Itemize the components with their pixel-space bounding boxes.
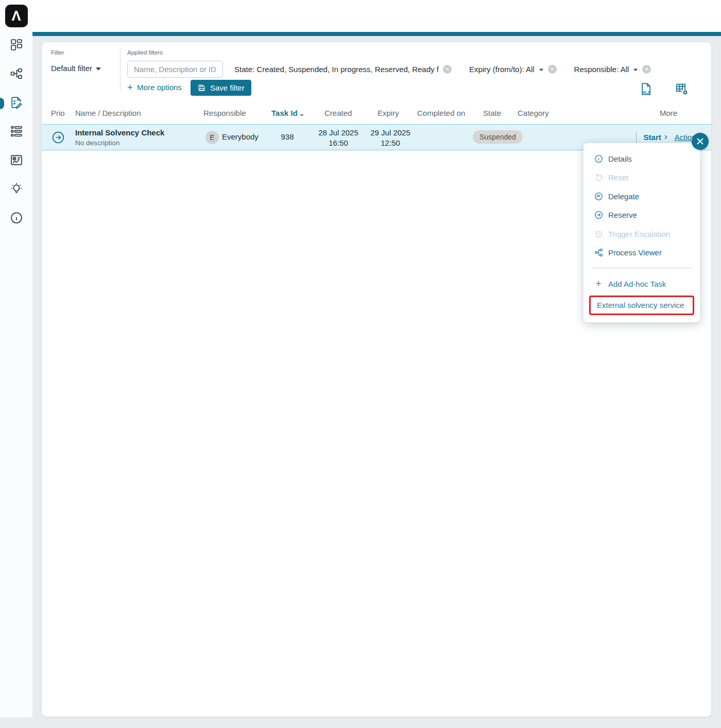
applied-filters-label: Applied filters xyxy=(127,49,163,56)
header-category[interactable]: Category xyxy=(518,109,549,117)
menu-item-label: Add Ad-hoc Task xyxy=(608,280,666,288)
sidebar-item-tasks[interactable] xyxy=(0,95,32,112)
more-options-button[interactable]: + More options xyxy=(127,82,182,92)
responsible-avatar: E xyxy=(205,131,219,144)
header-name-description[interactable]: Name / Description xyxy=(75,109,141,117)
chip-label: Responsible: All xyxy=(574,65,629,74)
header-responsible[interactable]: Responsible xyxy=(203,109,246,117)
chevron-down-icon xyxy=(96,67,101,71)
save-filter-label: Save filter xyxy=(210,83,245,92)
responsible-name: Everybody xyxy=(222,132,259,141)
menu-item-delegate[interactable]: Delegate xyxy=(583,187,700,206)
trigger-escalation-icon xyxy=(594,229,603,238)
sidebar-item-processes[interactable] xyxy=(0,66,32,83)
ideas-icon xyxy=(9,182,24,198)
menu-item-label: Details xyxy=(608,154,632,163)
created-time: 16:50 xyxy=(329,138,348,147)
delegate-icon xyxy=(594,192,603,201)
table-tools: XLS xyxy=(638,81,690,97)
highlight-box: External solvency service xyxy=(589,296,694,315)
remove-filter-icon[interactable]: ✕ xyxy=(642,65,651,74)
priority-normal-icon xyxy=(52,131,65,144)
sidebar-items xyxy=(0,38,32,227)
expiry-datetime: 29 Jul 2025 12:50 xyxy=(365,128,416,148)
task-id: 938 xyxy=(274,132,300,141)
close-menu-button[interactable] xyxy=(692,133,709,150)
menu-item-process-viewer[interactable]: Process Viewer xyxy=(583,244,700,263)
menu-item-label: Reserve xyxy=(608,211,637,219)
accent-bar xyxy=(32,32,721,36)
details-icon xyxy=(594,154,603,163)
menu-item-add-adhoc-task[interactable]: + Add Ad-hoc Task xyxy=(583,274,700,293)
default-filter-label: Default filter xyxy=(51,64,92,73)
filter-label: Filter xyxy=(51,49,64,56)
reset-icon xyxy=(594,173,603,182)
export-xls-icon[interactable]: XLS xyxy=(638,81,654,97)
menu-item-label: Reset xyxy=(608,173,628,182)
filter-divider xyxy=(120,48,121,91)
created-datetime: 28 Jul 2025 16:50 xyxy=(313,128,364,148)
search-input[interactable] xyxy=(127,61,223,78)
default-filter-dropdown[interactable]: Default filter xyxy=(51,64,101,73)
menu-item-label: Trigger Escalation xyxy=(608,230,670,238)
chevron-down-icon xyxy=(633,68,638,71)
header-prio[interactable]: Prio xyxy=(51,109,65,117)
header-created[interactable]: Created xyxy=(324,109,352,117)
header-completed-on[interactable]: Completed on xyxy=(417,109,465,117)
tasks-icon xyxy=(9,95,24,112)
statistics-icon xyxy=(9,153,24,169)
sidebar-item-cases[interactable] xyxy=(0,124,32,141)
created-date: 28 Jul 2025 xyxy=(318,128,358,137)
state-badge: Suspended xyxy=(473,130,523,144)
process-viewer-icon xyxy=(594,248,603,257)
menu-item-reset: Reset xyxy=(583,168,700,187)
actions-divider xyxy=(636,132,637,143)
expiry-date: 29 Jul 2025 xyxy=(370,128,410,137)
menu-item-label: Delegate xyxy=(608,192,639,201)
sort-descending-icon: ⌄ xyxy=(299,110,305,117)
remove-filter-icon[interactable]: ✕ xyxy=(548,65,557,74)
filter-chip-state[interactable]: State: Created, Suspended, In progress, … xyxy=(234,65,452,74)
sidebar-item-dashboard[interactable] xyxy=(0,38,32,54)
menu-item-reserve[interactable]: Reserve xyxy=(583,206,700,225)
top-bar xyxy=(0,0,721,32)
header-task-id[interactable]: Task Id ⌄ xyxy=(271,109,304,117)
header-expiry[interactable]: Expiry xyxy=(377,109,399,117)
save-filter-button[interactable]: Save filter xyxy=(191,80,251,96)
menu-item-trigger-escalation: Trigger Escalation xyxy=(583,224,700,244)
info-icon xyxy=(9,211,24,227)
column-settings-icon[interactable] xyxy=(674,81,690,97)
plus-icon: + xyxy=(594,279,603,288)
filter-chip-responsible[interactable]: Responsible: All ✕ xyxy=(574,65,651,74)
svg-text:XLS: XLS xyxy=(643,90,650,95)
task-description: No description xyxy=(75,139,119,147)
start-task-button[interactable]: Start › xyxy=(644,132,667,142)
table-header: Prio Name / Description Responsible Task… xyxy=(42,105,711,123)
sidebar-item-ideas[interactable] xyxy=(0,182,32,198)
chip-label: State: Created, Suspended, In progress, … xyxy=(234,65,439,74)
remove-filter-icon[interactable]: ✕ xyxy=(443,65,452,74)
expiry-time: 12:50 xyxy=(381,138,400,147)
header-state[interactable]: State xyxy=(483,109,501,117)
close-icon xyxy=(696,137,704,145)
chevron-right-icon: › xyxy=(664,131,667,142)
app-logo[interactable]: Λ xyxy=(5,5,28,27)
active-indicator xyxy=(0,98,4,109)
start-label: Start xyxy=(644,133,661,142)
reserve-icon xyxy=(594,211,603,220)
filter-chip-expiry[interactable]: Expiry (from/to): All ✕ xyxy=(469,65,557,74)
menu-item-label: External solvency service xyxy=(597,301,684,309)
task-actions-menu: Details Reset Delegate Reserve xyxy=(583,143,700,322)
chevron-down-icon xyxy=(539,68,543,71)
save-icon xyxy=(197,83,206,92)
cases-icon xyxy=(9,124,24,141)
processes-icon xyxy=(9,66,24,83)
sidebar-item-statistics[interactable] xyxy=(0,153,32,169)
menu-item-details[interactable]: Details xyxy=(583,149,700,168)
task-name[interactable]: Internal Solvency Check xyxy=(75,128,164,137)
sidebar-item-info[interactable] xyxy=(0,211,32,227)
chip-label: Expiry (from/to): All xyxy=(469,65,535,74)
menu-item-external-solvency-service[interactable]: External solvency service xyxy=(591,297,693,314)
filter-chips: State: Created, Suspended, In progress, … xyxy=(234,61,651,78)
header-task-id-label: Task Id xyxy=(271,109,298,117)
